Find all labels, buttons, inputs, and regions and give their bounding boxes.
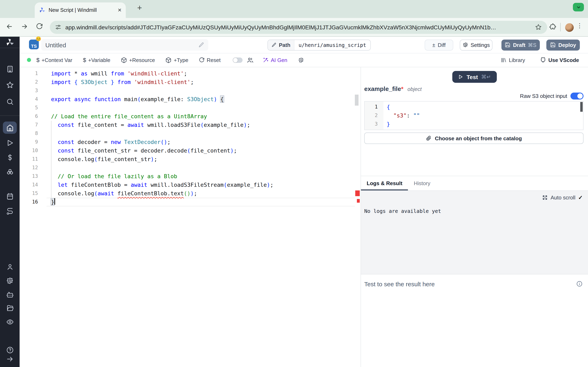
diff-button[interactable]: ± Diff <box>425 39 453 50</box>
line-number: 14 <box>20 180 38 189</box>
line-number: 11 <box>20 155 38 163</box>
use-vscode-button[interactable]: Use VScode <box>540 57 579 63</box>
browser-profile-chevron-button[interactable] <box>573 3 584 11</box>
code-line[interactable] <box>51 129 354 138</box>
json-editor-code[interactable]: { "s3": ""} <box>387 103 579 128</box>
editor-code[interactable]: import * as wmill from 'windmill-client'… <box>51 69 354 206</box>
bookmark-star-icon[interactable] <box>535 24 542 31</box>
expand-icon[interactable] <box>543 195 548 200</box>
code-line[interactable]: { <box>387 103 579 111</box>
browser-tab[interactable]: New Script | Windmill ✕ <box>35 2 126 18</box>
sidebar-item-user[interactable] <box>3 261 17 273</box>
choose-object-button[interactable]: Choose an object from the catalog <box>364 133 584 144</box>
typescript-language-badge[interactable]: TS 😊 <box>29 40 39 49</box>
raw-s3-toggle[interactable] <box>571 92 584 100</box>
auto-scroll-control[interactable]: Auto scroll ✓ <box>543 194 583 201</box>
draft-button[interactable]: Draft ⌘S <box>502 39 540 50</box>
sidebar-item-play[interactable] <box>3 137 17 149</box>
sidebar-item-boxes[interactable] <box>3 166 17 178</box>
add-context-var-button[interactable]: $ +Context Var <box>36 57 72 63</box>
code-line[interactable]: console.log(await fileContentBlob.text()… <box>51 189 354 198</box>
test-button[interactable]: Test ⌘↵ <box>452 71 497 83</box>
site-settings-icon[interactable] <box>55 24 61 30</box>
browser-menu-icon[interactable]: ⋮ <box>577 22 583 29</box>
raw-s3-label: Raw S3 object input <box>520 93 567 99</box>
browser-profile-avatar[interactable] <box>565 23 574 32</box>
add-type-button[interactable]: +Type <box>165 57 189 63</box>
code-line[interactable]: import { S3Object } from 'windmill-clien… <box>51 78 354 86</box>
code-line[interactable]: const file_content = await wmill.loadS3F… <box>51 120 354 129</box>
code-line[interactable] <box>51 86 354 95</box>
path-value[interactable]: u/henri/amusing_script <box>294 42 370 48</box>
script-title-input[interactable]: Untitled <box>41 39 208 50</box>
path-group[interactable]: Path u/henri/amusing_script <box>268 39 371 50</box>
sidebar-item-folder[interactable] <box>3 302 17 314</box>
code-line[interactable] <box>51 163 354 172</box>
code-line[interactable]: // Load the entire file_content as a Uin… <box>51 112 354 120</box>
url-text[interactable]: app.windmill.dev/scripts/add#JTdCJTIyaGF… <box>65 24 531 30</box>
star-icon <box>6 81 14 89</box>
add-resource-button[interactable]: +Resource <box>121 57 155 63</box>
line-number: 13 <box>20 172 38 180</box>
editor-settings-gear-icon[interactable] <box>298 57 304 63</box>
line-number: 15 <box>20 189 38 198</box>
user-icon <box>6 263 14 271</box>
sidebar-item-building[interactable] <box>3 63 17 75</box>
back-button[interactable] <box>6 23 13 30</box>
code-line[interactable] <box>51 103 354 112</box>
sidebar-item-eye[interactable] <box>3 316 17 328</box>
new-tab-button[interactable]: + <box>137 3 142 13</box>
extensions-puzzle-icon[interactable] <box>549 23 557 31</box>
code-editor[interactable]: 12345678910111213141516 import * as wmil… <box>20 67 361 367</box>
save-icon <box>505 42 511 48</box>
sidebar-item-calendar[interactable] <box>3 190 17 202</box>
code-line[interactable]: // Or load the file lazily as a Blob <box>51 172 354 180</box>
code-line[interactable]: } <box>51 198 354 206</box>
code-line[interactable]: console.log(file_content_str); <box>51 155 354 163</box>
sidebar-item-arrow-right[interactable] <box>3 353 17 365</box>
code-line[interactable]: import * as wmill from 'windmill-client'… <box>51 69 354 78</box>
json-editor-scrollbar-thumb[interactable] <box>580 102 583 112</box>
code-line[interactable]: const file_content_str = decoder.decode(… <box>51 146 354 155</box>
add-variable-button[interactable]: $ +Variable <box>83 57 110 63</box>
library-button[interactable]: Library <box>501 57 525 63</box>
sidebar-item-search[interactable] <box>3 95 17 108</box>
tab-logs-result[interactable]: Logs & Result <box>361 176 408 191</box>
reload-button[interactable] <box>36 23 43 30</box>
windmill-logo-icon[interactable] <box>5 38 14 47</box>
line-number: 1 <box>20 69 38 78</box>
sidebar-item-route[interactable] <box>3 205 17 217</box>
code-line[interactable]: "s3": "" <box>387 111 579 120</box>
tab-history[interactable]: History <box>408 176 436 191</box>
forward-button[interactable] <box>21 23 28 30</box>
line-number: 4 <box>20 95 38 103</box>
sidebar-item-home[interactable] <box>3 122 17 134</box>
sidebar-item-robot[interactable] <box>3 288 17 300</box>
collaborators-icon[interactable] <box>247 57 254 63</box>
url-bar[interactable]: app.windmill.dev/scripts/add#JTdCJTIyaGF… <box>50 21 547 34</box>
ts-badge-label: TS <box>31 44 37 49</box>
info-icon[interactable] <box>576 281 583 287</box>
settings-button[interactable]: Settings <box>460 39 493 50</box>
sidebar-item-star[interactable] <box>3 79 17 91</box>
collab-toggle[interactable] <box>233 57 242 63</box>
windmill-app: TS 😊 Untitled Path u/henri/amusing_scrip… <box>0 37 588 367</box>
draft-shortcut: ⌘S <box>528 42 536 48</box>
tab-close-icon[interactable]: ✕ <box>118 7 122 13</box>
edit-title-pencil-icon[interactable] <box>199 42 204 48</box>
line-number: 6 <box>20 112 38 120</box>
reset-button[interactable]: Reset <box>199 57 221 63</box>
ai-gen-button[interactable]: AI Gen <box>263 57 287 63</box>
argument-row: example_file* object <box>364 85 422 92</box>
editor-scrollbar-thumb[interactable] <box>355 95 359 106</box>
sidebar-item-settings[interactable] <box>3 275 17 287</box>
code-line[interactable]: let fileContentBlob = await wmill.loadS3… <box>51 180 354 189</box>
deploy-button[interactable]: Deploy <box>546 39 580 50</box>
code-line[interactable]: export async function main(example_file:… <box>51 95 354 103</box>
json-arg-editor[interactable]: 123 { "s3": ""} <box>364 101 584 130</box>
code-line[interactable]: } <box>387 120 579 128</box>
sidebar-item-dollar[interactable] <box>3 151 17 164</box>
code-line[interactable]: const decoder = new TextDecoder(); <box>51 138 354 146</box>
check-icon[interactable]: ✓ <box>578 194 583 201</box>
line-number: 9 <box>20 138 38 146</box>
